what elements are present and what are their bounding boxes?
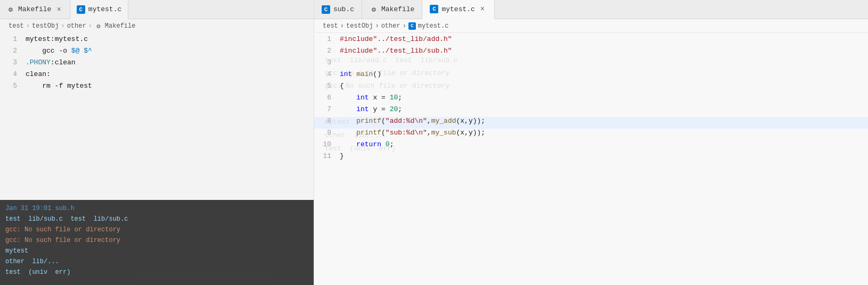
term-line-2: test lib/sub.c test lib/sub.c bbox=[5, 214, 308, 224]
right-breadcrumb-c-icon: C bbox=[408, 22, 416, 30]
code-line-4-left: 4 clean: bbox=[0, 70, 314, 82]
tab-makefile-label-right: Makefile bbox=[381, 5, 414, 13]
breadcrumb-makefile[interactable]: Makefile bbox=[105, 22, 136, 30]
term-line-3: gcc: No such file or directory bbox=[5, 224, 308, 235]
right-editor-panel: C sub.c ⚙️ Makefile C mytest.c × test › … bbox=[314, 0, 868, 285]
left-tab-bar: ⚙️ Makefile × C mytest.c bbox=[0, 0, 314, 19]
left-terminal-overlay: Jan 31 19:01 sub.h test lib/sub.c test l… bbox=[0, 200, 314, 285]
term-line-6: other lib/... bbox=[5, 256, 308, 267]
breadcrumb-test[interactable]: test bbox=[9, 22, 24, 30]
term-line-4: gcc: No such file or directory bbox=[5, 235, 308, 246]
right-breadcrumb-mytest[interactable]: mytest.c bbox=[418, 22, 449, 30]
code-line-2-left: 2 gcc -o $@ $^ bbox=[0, 47, 314, 58]
right-code-line-3: 3 bbox=[314, 58, 868, 70]
tab-mytestc-close-right[interactable]: × bbox=[478, 4, 487, 14]
left-code-area: 1 mytest:mytest.c 2 gcc -o $@ $^ 3 .PHON… bbox=[0, 33, 314, 285]
right-code-line-7: 7 int y = 20; bbox=[314, 105, 868, 117]
right-code-area: 1 #include"../test_lib/add.h" 2 #include… bbox=[314, 33, 868, 285]
right-code-line-8: 8 printf("add:%d\n",my_add(x,y)); bbox=[314, 117, 868, 129]
right-code-line-1: 1 #include"../test_lib/add.h" bbox=[314, 35, 868, 47]
left-breadcrumb: test › testObj › other › ⚙️ Makefile bbox=[0, 19, 314, 33]
c-icon-left: C bbox=[77, 5, 85, 14]
tab-makefile-left[interactable]: ⚙️ Makefile × bbox=[0, 0, 70, 19]
term-line-1: Jan 31 19:01 sub.h bbox=[5, 203, 308, 214]
right-code-line-4: 4 int main() bbox=[314, 70, 868, 82]
tab-mytestc-left[interactable]: C mytest.c bbox=[70, 0, 128, 19]
makefile-icon-right: ⚙️ bbox=[370, 5, 378, 14]
term-line-7: test (univ err) bbox=[5, 267, 308, 278]
right-code-line-10: 10 return 0; bbox=[314, 140, 868, 152]
right-code-line-5: 5 { bbox=[314, 82, 868, 94]
right-tab-bar: C sub.c ⚙️ Makefile C mytest.c × bbox=[314, 0, 868, 19]
right-code-line-2: 2 #include"../test_lib/sub.h" bbox=[314, 47, 868, 58]
c-icon-subc: C bbox=[322, 5, 330, 14]
tab-subc-label: sub.c bbox=[333, 5, 354, 13]
tab-mytestc-label-left: mytest.c bbox=[88, 5, 121, 13]
c-icon-mytest: C bbox=[430, 5, 438, 13]
right-code-line-9: 9 printf("sub:%d\n",my_sub(x,y)); bbox=[314, 129, 868, 140]
right-breadcrumb-test[interactable]: test bbox=[323, 22, 338, 30]
breadcrumb-other[interactable]: other bbox=[67, 22, 86, 30]
term-line-5: mytest bbox=[5, 246, 308, 256]
tab-makefile-close-left[interactable]: × bbox=[54, 4, 63, 15]
tab-mytestc-label-right: mytest.c bbox=[441, 5, 474, 13]
right-code-line-11: 11 } bbox=[314, 152, 868, 164]
right-breadcrumb-other[interactable]: other bbox=[381, 22, 400, 30]
tab-makefile-right[interactable]: ⚙️ Makefile bbox=[362, 0, 422, 19]
tab-makefile-label-left: Makefile bbox=[18, 5, 51, 13]
right-breadcrumb-testobj[interactable]: testObj bbox=[346, 22, 373, 30]
code-line-1-left: 1 mytest:mytest.c bbox=[0, 35, 314, 47]
right-code-line-6: 6 int x = 10; bbox=[314, 94, 868, 105]
left-editor-panel: ⚙️ Makefile × C mytest.c test › testObj … bbox=[0, 0, 314, 285]
makefile-icon-left: ⚙️ bbox=[6, 5, 15, 14]
code-line-3-left: 3 .PHONY:clean bbox=[0, 58, 314, 70]
right-breadcrumb: test › testObj › other › C mytest.c bbox=[314, 19, 868, 33]
tab-mytestc-right[interactable]: C mytest.c × bbox=[422, 0, 495, 19]
breadcrumb-testobj[interactable]: testObj bbox=[32, 22, 59, 30]
breadcrumb-makefile-icon: ⚙️ bbox=[94, 22, 103, 30]
code-line-5-left: 5 rm -f mytest bbox=[0, 82, 314, 94]
tab-subc-right[interactable]: C sub.c bbox=[314, 0, 362, 19]
